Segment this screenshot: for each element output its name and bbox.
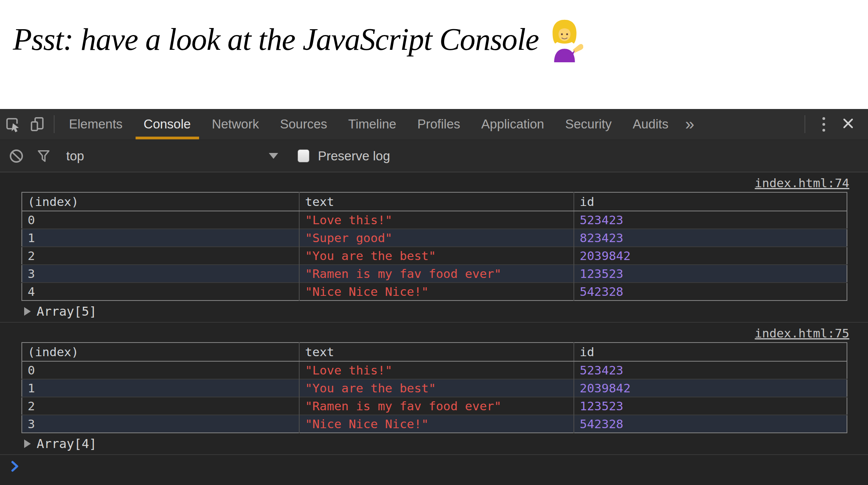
expand-triangle-icon [24,439,31,448]
person-tipping-hand-emoji [546,19,583,62]
table-row: 0 "Love this!" 523423 [22,361,847,379]
cell-index: 2 [22,247,299,265]
array-summary: Array[4] [37,436,97,451]
tab-timeline[interactable]: Timeline [338,109,407,139]
tab-profiles[interactable]: Profiles [407,109,471,139]
chevron-down-icon [269,153,278,159]
table-row: 3 "Nice Nice Nice!" 542328 [22,415,847,433]
console-toolbar: top Preserve log [0,140,868,172]
tab-audits[interactable]: Audits [622,109,679,139]
preserve-log-label[interactable]: Preserve log [318,149,390,163]
devtools-menu-icon[interactable] [809,117,838,132]
tabbar-right-divider [804,115,805,133]
page-title-text: Psst: have a look at the JavaScript Cons… [13,22,539,57]
tab-application[interactable]: Application [471,109,554,139]
tabbar-right-controls [801,109,868,139]
tab-console[interactable]: Console [133,109,201,139]
inspect-element-icon[interactable] [0,109,25,139]
table-row: 1 "You are the best" 2039842 [22,379,847,397]
console-prompt[interactable] [0,454,868,478]
cell-text: "Ramen is my fav food ever" [299,265,574,283]
cell-index: 3 [22,265,299,283]
tab-sources[interactable]: Sources [270,109,338,139]
table-row: 3 "Ramen is my fav food ever" 123523 [22,265,847,283]
cell-text: "Love this!" [299,361,574,379]
cell-text: "You are the best" [299,379,574,397]
cell-index: 1 [22,229,299,247]
column-header-index[interactable]: (index) [22,192,299,211]
page-header: Psst: have a look at the JavaScript Cons… [0,0,868,109]
clear-console-icon[interactable] [5,145,27,167]
cell-text: "Nice Nice Nice!" [299,283,574,300]
cell-id: 123523 [574,397,847,415]
cell-id: 542328 [574,283,847,300]
page-title: Psst: have a look at the JavaScript Cons… [13,16,868,62]
cell-index: 4 [22,283,299,300]
console-message: index.html:74 (index) text id 0 "Love th… [0,172,868,323]
table-header-row: (index) text id [22,343,847,361]
device-toolbar-icon[interactable] [25,109,50,139]
tab-elements[interactable]: Elements [58,109,133,139]
cell-index: 0 [22,211,299,229]
table-row: 2 "Ramen is my fav food ever" 123523 [22,397,847,415]
column-header-text[interactable]: text [299,343,574,361]
console-output: index.html:74 (index) text id 0 "Love th… [0,172,868,478]
table-row: 4 "Nice Nice Nice!" 542328 [22,283,847,300]
devtools-tabbar: Elements Console Network Sources Timelin… [0,109,868,140]
array-expander[interactable]: Array[5] [0,301,868,322]
table-header-row: (index) text id [22,192,847,211]
table-row: 1 "Super good" 823423 [22,229,847,247]
devtools-panel: Elements Console Network Sources Timelin… [0,109,868,485]
prompt-chevron-icon [11,460,20,473]
column-header-text[interactable]: text [299,192,574,211]
table-row: 2 "You are the best" 2039842 [22,247,847,265]
tabbar-divider [54,115,55,133]
array-expander[interactable]: Array[4] [0,433,868,454]
cell-id: 523423 [574,211,847,229]
column-header-id[interactable]: id [574,343,847,361]
cell-index: 1 [22,379,299,397]
preserve-log-checkbox[interactable] [298,149,309,162]
source-link-row: index.html:75 [0,323,868,342]
cell-index: 3 [22,415,299,433]
array-summary: Array[5] [37,304,97,319]
execution-context-selector[interactable]: top [66,149,280,163]
more-tabs-chevron-icon[interactable]: » [679,109,700,139]
column-header-id[interactable]: id [574,192,847,211]
expand-triangle-icon [24,307,31,316]
cell-index: 2 [22,397,299,415]
filter-icon[interactable] [33,145,55,167]
cell-text: "Super good" [299,229,574,247]
cell-text: "You are the best" [299,247,574,265]
cell-id: 542328 [574,415,847,433]
source-link[interactable]: index.html:74 [755,176,849,190]
table-row: 0 "Love this!" 523423 [22,211,847,229]
cell-id: 523423 [574,361,847,379]
execution-context-value: top [66,149,84,163]
tab-security[interactable]: Security [555,109,622,139]
console-message: index.html:75 (index) text id 0 "Love th… [0,323,868,454]
cell-text: "Ramen is my fav food ever" [299,397,574,415]
console-table: (index) text id 0 "Love this!" 523423 1 … [21,192,847,301]
cell-text: "Love this!" [299,211,574,229]
tab-network[interactable]: Network [201,109,270,139]
cell-text: "Nice Nice Nice!" [299,415,574,433]
source-link[interactable]: index.html:75 [755,326,849,340]
cell-id: 823423 [574,229,847,247]
console-table: (index) text id 0 "Love this!" 523423 1 … [21,342,847,433]
close-devtools-icon[interactable] [838,117,858,132]
source-link-row: index.html:74 [0,172,868,192]
column-header-index[interactable]: (index) [22,343,299,361]
cell-id: 123523 [574,265,847,283]
cell-index: 0 [22,361,299,379]
cell-id: 2039842 [574,247,847,265]
cell-id: 2039842 [574,379,847,397]
